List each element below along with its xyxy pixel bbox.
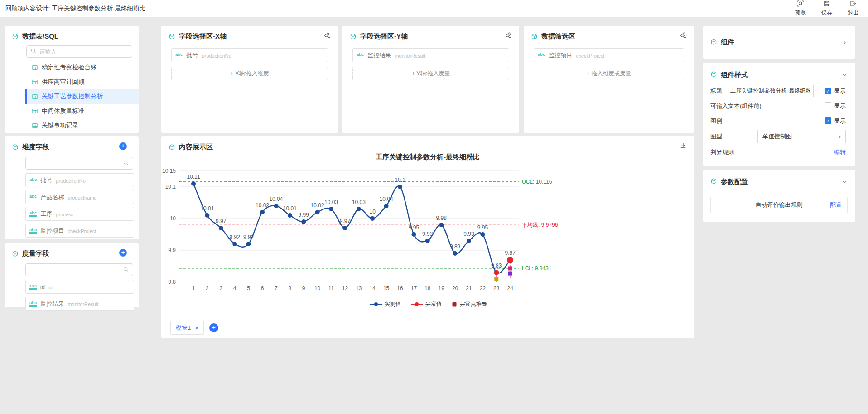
tab-module1[interactable]: 模块1 × [170, 321, 204, 335]
legend-square-marker [452, 302, 457, 307]
x-axis-field-panel: 字段选择区-X轴 abc 批号 productionNo + X轴:拖入维度 [161, 26, 338, 133]
y-axis-field-panel: 字段选择区-Y轴 abc 监控结果 monitorResult + Y轴:拖入度… [342, 26, 519, 133]
measure-field-chip[interactable]: abc监控结果monitorResult [25, 297, 134, 311]
svg-text:10: 10 [170, 215, 176, 222]
component-cube-icon [710, 71, 717, 79]
measure-panel: 度量字段 + 123ididabc监控结果monitorResult [5, 243, 139, 307]
filter-drop-zone[interactable]: + 拖入维度或度量 [534, 67, 684, 80]
dimension-field-chip[interactable]: abc工序process [25, 207, 134, 221]
page-title: 回顾项内容设计: 工序关键控制参数分析-最终细粉比 [5, 5, 145, 13]
component-cube-icon [350, 33, 357, 40]
svg-text:10.04: 10.04 [269, 196, 283, 202]
clear-eraser-icon[interactable] [323, 31, 331, 40]
title-input[interactable] [727, 85, 814, 97]
svg-text:9: 9 [302, 285, 305, 292]
rule-row: 判异规则 编辑 [703, 145, 855, 160]
legend-row: 图例 显示 [703, 113, 855, 128]
exit-button[interactable]: 退出 [844, 0, 862, 17]
x-axis-field-chip[interactable]: abc 批号 productionNo [171, 48, 328, 62]
title-display-checkbox[interactable] [825, 88, 831, 94]
filter-field-chip[interactable]: abc 监控项目 checkProject [534, 48, 684, 62]
svg-text:13: 13 [356, 285, 362, 292]
add-module-button[interactable]: + [209, 323, 218, 332]
component-section[interactable]: 组件 [703, 26, 855, 59]
table-item[interactable]: 稳定性考察检验台账 [25, 60, 139, 75]
abc-type-icon: abc [29, 301, 37, 307]
svg-text:5: 5 [247, 285, 250, 292]
component-cube-icon [710, 39, 717, 47]
abc-type-icon: abc [29, 177, 37, 183]
table-item[interactable]: 供应商审计回顾 [25, 75, 139, 89]
edit-rule-link[interactable]: 编辑 [834, 148, 846, 156]
add-dimension-button[interactable]: + [119, 142, 127, 150]
legend-item[interactable]: 异常点堆叠 [452, 300, 487, 308]
chart-type-select[interactable]: 单值控制图 ▾ [757, 130, 846, 143]
svg-text:8: 8 [288, 285, 291, 292]
svg-text:14: 14 [370, 285, 376, 292]
measure-field-chip[interactable]: 123idid [25, 280, 134, 294]
dimension-search[interactable] [25, 157, 133, 170]
measure-search[interactable] [25, 263, 133, 276]
svg-text:9.83: 9.83 [491, 263, 502, 269]
svg-text:9.9: 9.9 [168, 247, 176, 253]
svg-text:9.87: 9.87 [505, 250, 516, 256]
chevron-down-icon[interactable] [841, 179, 848, 185]
panel-title: 度量字段 [22, 249, 49, 258]
legend-item[interactable]: 异常值 [411, 300, 442, 308]
svg-text:10.02: 10.02 [256, 202, 269, 209]
section-title: 组件 [721, 38, 734, 47]
svg-text:9.89: 9.89 [450, 244, 461, 250]
search-icon [123, 266, 129, 274]
legend-linedot-marker [411, 302, 423, 307]
svg-text:10.01: 10.01 [283, 205, 297, 212]
clear-eraser-icon[interactable] [680, 31, 687, 40]
svg-text:20: 20 [452, 285, 458, 292]
content-display-panel: 内容展示区 工序关键控制参数分析-最终细粉比 9.89.91010.110.15… [161, 136, 694, 338]
chevron-down-icon[interactable] [841, 72, 848, 78]
input-text-row: 可输入文本(组件前) 显示 [703, 98, 855, 113]
table-icon [32, 108, 38, 114]
svg-text:9.98: 9.98 [436, 215, 447, 221]
data-filter-panel: 数据筛选区 abc 监控项目 checkProject + 拖入维度或度量 [524, 26, 694, 133]
section-title: 组件样式 [721, 71, 748, 79]
measure-panel-header: 度量字段 + [5, 243, 139, 261]
preview-icon [797, 0, 804, 9]
svg-text:平均线: 9.9796: 平均线: 9.9796 [522, 222, 558, 228]
dimension-field-chip[interactable]: abc监控项目checkProject [25, 224, 134, 238]
input-text-display-checkbox[interactable] [825, 102, 831, 109]
dimension-search-input[interactable] [29, 160, 120, 166]
download-icon[interactable] [680, 142, 687, 151]
table-item[interactable]: 中间体质量标准 [25, 104, 139, 118]
component-cube-icon [12, 250, 19, 257]
y-axis-field-chip[interactable]: abc 监控结果 monitorResult [352, 48, 509, 62]
control-chart[interactable]: 9.89.91010.110.1512345678910111213141516… [161, 165, 694, 299]
legend-linedot-marker [370, 302, 382, 307]
legend-item[interactable]: 实测值 [370, 300, 401, 308]
table-search-input[interactable] [39, 49, 128, 55]
table-item[interactable]: 关键工艺参数控制分析 [25, 89, 139, 104]
measure-search-input[interactable] [29, 267, 120, 273]
component-cube-icon [169, 33, 175, 40]
panel-title: 维度字段 [22, 143, 49, 151]
dimension-field-chip[interactable]: abc产品名称productname [25, 190, 134, 204]
table-item[interactable]: 关键事项记录 [25, 118, 139, 133]
clear-eraser-icon[interactable] [505, 31, 512, 40]
preview-button[interactable]: 预览 [792, 0, 809, 17]
add-measure-button[interactable]: + [119, 249, 127, 257]
configure-link[interactable]: 配置 [830, 201, 842, 209]
x-axis-drop-zone[interactable]: + X轴:拖入维度 [171, 67, 328, 80]
close-icon[interactable]: × [195, 325, 198, 331]
chevron-right-icon[interactable] [841, 39, 848, 46]
legend-display-checkbox[interactable] [825, 117, 831, 124]
panel-title: 数据筛选区 [541, 32, 575, 41]
svg-text:10.01: 10.01 [200, 205, 214, 212]
save-button[interactable]: 保存 [818, 0, 835, 17]
search-icon [123, 160, 129, 167]
dimension-field-chip[interactable]: abc批号productionNo [25, 173, 134, 187]
table-search[interactable] [26, 45, 132, 58]
svg-text:9.92: 9.92 [230, 234, 241, 240]
chart-legend: 实测值异常值异常点堆叠 [225, 300, 632, 308]
svg-text:6: 6 [261, 285, 264, 292]
y-axis-drop-zone[interactable]: + Y轴:拖入度量 [352, 67, 509, 80]
svg-text:9.97: 9.97 [216, 218, 227, 224]
